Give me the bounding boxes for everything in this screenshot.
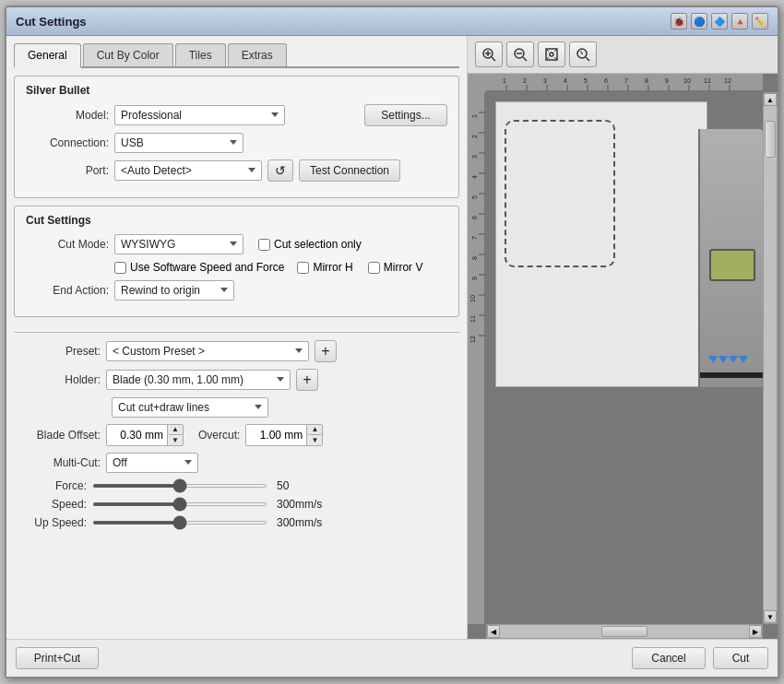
blade-offset-up[interactable]: ▲ xyxy=(168,425,183,435)
title-bar-icons: 🐞 🔵 🔷 🔺 ✏️ xyxy=(671,13,768,29)
software-force-label[interactable]: Use Software Speed and Force xyxy=(114,261,284,274)
overcut-down[interactable]: ▼ xyxy=(307,435,322,445)
end-action-row: End Action: Rewind to origin xyxy=(26,280,447,301)
holder-add-button[interactable]: + xyxy=(296,369,318,391)
cutter-machine xyxy=(698,129,763,387)
canvas-area xyxy=(486,92,763,624)
zoom-fit-button[interactable] xyxy=(538,41,565,67)
svg-text:9: 9 xyxy=(665,77,669,84)
blade-offset-input[interactable]: 0.30 mm xyxy=(107,425,167,445)
footer-right-buttons: Cancel Cut xyxy=(632,647,768,669)
svg-rect-43 xyxy=(468,92,486,624)
svg-text:7: 7 xyxy=(471,236,478,240)
svg-line-1 xyxy=(492,57,495,61)
connection-row: Connection: USB xyxy=(26,133,447,153)
zoom-toolbar xyxy=(468,36,778,74)
scroll-thumb-v[interactable] xyxy=(765,121,776,158)
up-speed-row: Up Speed: 300mm/s xyxy=(18,516,456,529)
holder-select[interactable]: Blade (0.30 mm, 1.00 mm) xyxy=(106,370,291,390)
feed-tri-2 xyxy=(719,356,728,363)
horizontal-scrollbar[interactable]: ◀ ▶ xyxy=(486,624,763,639)
preset-row: Preset: < Custom Preset > + xyxy=(18,340,456,362)
model-select[interactable]: Professional xyxy=(114,105,285,125)
scroll-up-arrow[interactable]: ▲ xyxy=(764,93,777,106)
cut-settings-title: Cut Settings xyxy=(26,214,447,227)
scroll-left-arrow[interactable]: ◀ xyxy=(487,625,500,638)
mirror-v-checkbox[interactable] xyxy=(368,262,380,274)
cut-type-select[interactable]: Cut cut+draw lines xyxy=(112,397,268,418)
svg-text:2: 2 xyxy=(471,135,478,138)
title-icon-1: 🐞 xyxy=(671,13,687,29)
holder-label: Holder: xyxy=(18,373,101,386)
cancel-button[interactable]: Cancel xyxy=(632,647,706,669)
svg-text:9: 9 xyxy=(471,277,478,280)
tab-tiles[interactable]: Tiles xyxy=(175,43,226,66)
dialog-title: Cut Settings xyxy=(16,15,87,29)
tab-general[interactable]: General xyxy=(14,43,81,68)
dialog-footer: Print+Cut Cancel Cut xyxy=(6,639,778,677)
svg-text:10: 10 xyxy=(469,295,476,302)
overcut-up[interactable]: ▲ xyxy=(307,425,322,435)
cut-button[interactable]: Cut xyxy=(713,647,768,669)
svg-text:4: 4 xyxy=(471,175,478,179)
speed-label: Speed: xyxy=(18,498,87,511)
connection-label: Connection: xyxy=(26,136,109,149)
svg-text:3: 3 xyxy=(543,77,547,84)
scroll-down-arrow[interactable]: ▼ xyxy=(764,610,777,623)
feed-tri-4 xyxy=(739,356,748,363)
mirror-v-label[interactable]: Mirror V xyxy=(368,261,423,274)
tabs: General Cut By Color Tiles Extras xyxy=(14,43,459,68)
cut-mode-label: Cut Mode: xyxy=(26,238,109,251)
cut-settings-dialog: Cut Settings 🐞 🔵 🔷 🔺 ✏️ General Cut By C… xyxy=(5,6,779,678)
feed-triangles xyxy=(707,356,748,363)
refresh-button[interactable]: ↺ xyxy=(267,159,293,182)
svg-line-14 xyxy=(586,57,589,61)
cut-selection-checkbox[interactable] xyxy=(258,239,270,251)
scroll-right-arrow[interactable]: ▶ xyxy=(749,625,762,638)
preset-add-button[interactable]: + xyxy=(315,340,337,362)
svg-text:11: 11 xyxy=(704,77,711,84)
test-connection-button[interactable]: Test Connection xyxy=(299,159,400,182)
scroll-thumb-h[interactable] xyxy=(601,626,647,637)
svg-text:8: 8 xyxy=(645,77,648,84)
up-speed-label: Up Speed: xyxy=(18,516,87,529)
settings-button[interactable]: Settings... xyxy=(364,104,447,126)
preview-area: 1 2 3 4 5 6 7 8 xyxy=(468,74,778,639)
port-select[interactable]: <Auto Detect> xyxy=(114,160,262,181)
force-row: Force: 50 xyxy=(18,479,456,492)
connection-select[interactable]: USB xyxy=(114,133,244,153)
print-cut-button[interactable]: Print+Cut xyxy=(16,647,99,669)
speed-value: 300mm/s xyxy=(277,498,332,511)
speed-slider[interactable] xyxy=(92,502,267,506)
mirror-h-checkbox[interactable] xyxy=(297,262,309,274)
blade-offset-label: Blade Offset: xyxy=(18,429,101,442)
tab-cut-by-color[interactable]: Cut By Color xyxy=(83,43,173,66)
dialog-content: General Cut By Color Tiles Extras Silver… xyxy=(6,36,778,639)
zoom-out-button[interactable] xyxy=(506,41,534,67)
svg-text:8: 8 xyxy=(471,256,478,260)
force-slider[interactable] xyxy=(92,484,267,488)
tab-extras[interactable]: Extras xyxy=(228,43,287,66)
preset-select[interactable]: < Custom Preset > xyxy=(106,341,309,361)
model-label: Model: xyxy=(26,109,109,122)
svg-text:5: 5 xyxy=(471,195,478,199)
mirror-h-label[interactable]: Mirror H xyxy=(297,261,352,274)
overcut-input[interactable]: 1.00 mm xyxy=(246,425,306,445)
blade-offset-down[interactable]: ▼ xyxy=(168,435,183,445)
multicut-select[interactable]: Off xyxy=(106,453,198,473)
svg-line-5 xyxy=(523,57,527,61)
end-action-label: End Action: xyxy=(26,284,109,297)
cut-selection-label[interactable]: Cut selection only xyxy=(258,238,362,251)
mirror-checks: Mirror H Mirror V xyxy=(297,261,422,274)
multicut-row: Multi-Cut: Off xyxy=(18,453,456,473)
up-speed-slider[interactable] xyxy=(92,521,267,525)
end-action-select[interactable]: Rewind to origin xyxy=(114,280,234,301)
port-label: Port: xyxy=(26,164,109,177)
model-row: Model: Professional Settings... xyxy=(26,104,447,126)
zoom-in-button[interactable] xyxy=(475,41,503,67)
svg-text:6: 6 xyxy=(471,216,478,219)
zoom-actual-button[interactable] xyxy=(569,41,597,67)
cut-mode-select[interactable]: WYSIWYG xyxy=(114,234,244,254)
software-force-checkbox[interactable] xyxy=(114,262,126,274)
vertical-scrollbar[interactable]: ▲ ▼ xyxy=(763,92,778,624)
